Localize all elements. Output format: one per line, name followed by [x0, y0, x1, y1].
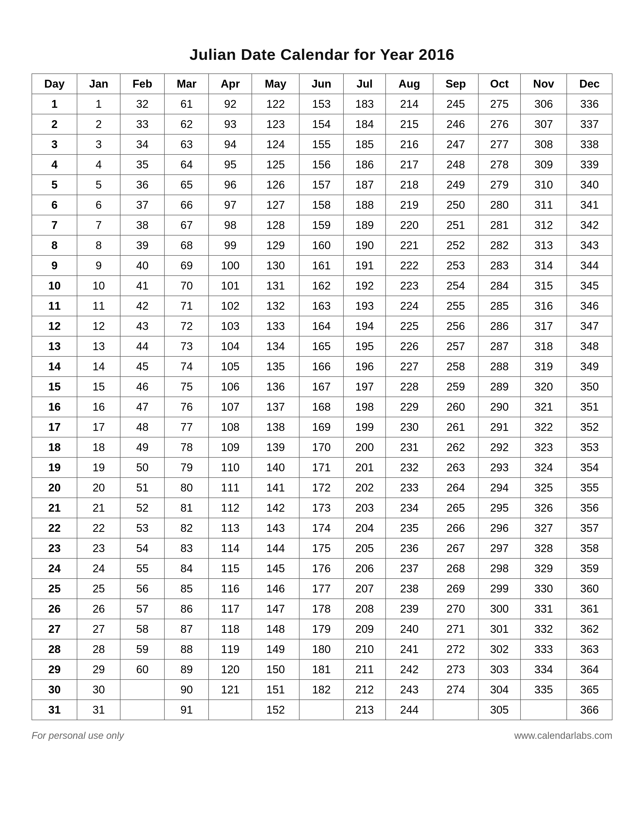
- month-cell-aug: 242: [386, 659, 433, 680]
- month-cell-nov: 325: [520, 478, 567, 498]
- table-row: 55366596126157187218249279310340: [32, 175, 612, 195]
- month-cell-dec: 337: [567, 114, 612, 134]
- month-cell-may: 139: [252, 437, 299, 457]
- month-cell-jan: 7: [77, 215, 120, 235]
- table-row: 22225382113143174204235266296327357: [32, 518, 612, 538]
- table-row: 22336293123154184215246276307337: [32, 114, 612, 134]
- table-row: 24245584115145176206237268298329359: [32, 558, 612, 579]
- month-cell-sep: 251: [433, 215, 478, 235]
- month-cell-oct: 288: [478, 356, 520, 376]
- month-cell-jul: 211: [343, 659, 386, 680]
- month-cell-oct: 291: [478, 417, 520, 437]
- month-cell-feb: 60: [120, 659, 164, 680]
- month-cell-jun: 165: [299, 336, 343, 356]
- month-cell-apr: 115: [209, 558, 252, 579]
- month-cell-apr: 113: [209, 518, 252, 538]
- month-cell-aug: 214: [386, 94, 433, 114]
- table-row: 20205180111141172202233264294325355: [32, 478, 612, 498]
- month-cell-sep: 255: [433, 296, 478, 316]
- month-cell-jun: 157: [299, 175, 343, 195]
- day-cell: 4: [32, 154, 77, 175]
- calendar-body: 1132619212215318321424527530633622336293…: [32, 94, 612, 720]
- month-cell-nov: 335: [520, 680, 567, 700]
- month-cell-feb: 44: [120, 336, 164, 356]
- month-cell-jun: 160: [299, 235, 343, 256]
- month-cell-feb: 34: [120, 134, 164, 154]
- col-header-day: Day: [32, 74, 77, 94]
- month-cell-aug: 239: [386, 599, 433, 619]
- month-cell-may: 124: [252, 134, 299, 154]
- table-row: 66376697127158188219250280311341: [32, 195, 612, 215]
- month-cell-nov: 319: [520, 356, 567, 376]
- month-cell-oct: 303: [478, 659, 520, 680]
- table-row: 18184978109139170200231262292323353: [32, 437, 612, 457]
- table-row: 313191152213244305366: [32, 700, 612, 720]
- month-cell-apr: 103: [209, 316, 252, 336]
- month-cell-jun: 170: [299, 437, 343, 457]
- month-cell-may: 137: [252, 397, 299, 417]
- month-cell-mar: 84: [164, 558, 209, 579]
- month-cell-may: 143: [252, 518, 299, 538]
- month-cell-sep: 270: [433, 599, 478, 619]
- month-cell-jul: 191: [343, 256, 386, 276]
- month-cell-sep: 271: [433, 619, 478, 639]
- month-cell-jan: 17: [77, 417, 120, 437]
- month-cell-feb: 45: [120, 356, 164, 376]
- month-cell-jul: 197: [343, 376, 386, 397]
- month-cell-apr: 93: [209, 114, 252, 134]
- month-cell-nov: 317: [520, 316, 567, 336]
- month-cell-dec: 353: [567, 437, 612, 457]
- table-row: 994069100130161191222253283314344: [32, 256, 612, 276]
- month-cell-sep: 252: [433, 235, 478, 256]
- month-cell-may: 145: [252, 558, 299, 579]
- month-cell-apr: [209, 700, 252, 720]
- month-cell-mar: 89: [164, 659, 209, 680]
- month-cell-jan: 18: [77, 437, 120, 457]
- month-cell-jul: 195: [343, 336, 386, 356]
- month-cell-mar: 85: [164, 579, 209, 599]
- month-cell-nov: 329: [520, 558, 567, 579]
- table-row: 77386798128159189220251281312342: [32, 215, 612, 235]
- month-cell-sep: 274: [433, 680, 478, 700]
- month-cell-dec: 350: [567, 376, 612, 397]
- month-cell-may: 125: [252, 154, 299, 175]
- month-cell-mar: 82: [164, 518, 209, 538]
- month-cell-may: 149: [252, 639, 299, 659]
- month-cell-mar: 70: [164, 276, 209, 296]
- day-cell: 8: [32, 235, 77, 256]
- day-cell: 7: [32, 215, 77, 235]
- month-cell-may: 127: [252, 195, 299, 215]
- month-cell-jan: 26: [77, 599, 120, 619]
- month-cell-nov: 328: [520, 538, 567, 558]
- month-cell-feb: 57: [120, 599, 164, 619]
- table-row: 303090121151182212243274304335365: [32, 680, 612, 700]
- month-cell-feb: 51: [120, 478, 164, 498]
- month-cell-feb: 36: [120, 175, 164, 195]
- month-cell-dec: 360: [567, 579, 612, 599]
- month-cell-jul: 202: [343, 478, 386, 498]
- month-cell-nov: 315: [520, 276, 567, 296]
- table-row: 26265786117147178208239270300331361: [32, 599, 612, 619]
- month-cell-sep: 269: [433, 579, 478, 599]
- month-cell-apr: 112: [209, 498, 252, 518]
- month-cell-apr: 96: [209, 175, 252, 195]
- month-cell-may: 126: [252, 175, 299, 195]
- month-cell-jun: 171: [299, 457, 343, 478]
- month-cell-aug: 243: [386, 680, 433, 700]
- month-cell-apr: 120: [209, 659, 252, 680]
- month-cell-oct: 276: [478, 114, 520, 134]
- month-cell-feb: 39: [120, 235, 164, 256]
- month-cell-jan: 30: [77, 680, 120, 700]
- month-cell-oct: 304: [478, 680, 520, 700]
- month-cell-jul: 199: [343, 417, 386, 437]
- month-cell-jan: 15: [77, 376, 120, 397]
- month-cell-jun: 153: [299, 94, 343, 114]
- month-cell-nov: [520, 700, 567, 720]
- month-cell-apr: 121: [209, 680, 252, 700]
- month-cell-jan: 23: [77, 538, 120, 558]
- table-row: 19195079110140171201232263293324354: [32, 457, 612, 478]
- month-cell-sep: 273: [433, 659, 478, 680]
- month-cell-sep: 246: [433, 114, 478, 134]
- month-cell-dec: 346: [567, 296, 612, 316]
- month-cell-may: 144: [252, 538, 299, 558]
